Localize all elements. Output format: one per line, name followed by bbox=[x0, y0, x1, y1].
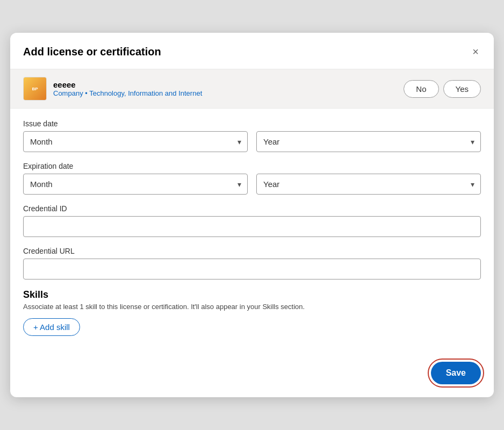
issue-month-wrapper: Month JanuaryFebruaryMarch AprilMayJune … bbox=[23, 131, 248, 152]
credential-id-label: Credential ID bbox=[23, 204, 481, 213]
credential-id-input[interactable] bbox=[23, 216, 481, 237]
company-name: eeeee bbox=[53, 80, 202, 89]
credential-url-label: Credential URL bbox=[23, 247, 481, 255]
company-details: eeeee Company • Technology, Information … bbox=[53, 80, 202, 97]
yes-button[interactable]: Yes bbox=[443, 80, 481, 98]
modal-body: Issue date Month JanuaryFebruaryMarch Ap… bbox=[10, 109, 494, 362]
save-button-wrapper: Save bbox=[431, 362, 481, 384]
expiration-month-wrapper: Month JanuaryFebruaryMarch AprilMayJune … bbox=[23, 174, 248, 195]
company-sub-prefix: Company • bbox=[53, 89, 89, 97]
expiration-date-section: Expiration date Month JanuaryFebruaryMar… bbox=[23, 162, 481, 195]
add-license-modal: Add license or certification × BP eeeee … bbox=[10, 33, 494, 397]
close-button[interactable]: × bbox=[470, 44, 481, 60]
toggle-buttons: No Yes bbox=[404, 80, 481, 98]
company-logo-inner: BP bbox=[24, 77, 46, 100]
company-row: BP eeeee Company • Technology, Informati… bbox=[10, 69, 494, 109]
add-skill-button[interactable]: + Add skill bbox=[23, 318, 80, 336]
expiration-date-label: Expiration date bbox=[23, 162, 481, 170]
issue-date-section: Issue date Month JanuaryFebruaryMarch Ap… bbox=[23, 119, 481, 152]
expiration-month-select[interactable]: Month JanuaryFebruaryMarch AprilMayJune … bbox=[23, 174, 248, 195]
issue-year-select[interactable]: Year 202420232022 202120202019 201820172… bbox=[256, 131, 481, 152]
credential-url-input[interactable] bbox=[23, 259, 481, 280]
skills-section: Skills Associate at least 1 skill to thi… bbox=[23, 289, 481, 336]
company-info: BP eeeee Company • Technology, Informati… bbox=[23, 77, 202, 101]
expiration-date-row: Month JanuaryFebruaryMarch AprilMayJune … bbox=[23, 174, 481, 195]
no-button[interactable]: No bbox=[404, 80, 438, 98]
company-subtitle: Company • Technology, Information and In… bbox=[53, 89, 202, 97]
expiration-year-wrapper: Year 202420232022 202120202019 201820172… bbox=[256, 174, 481, 195]
issue-month-select[interactable]: Month JanuaryFebruaryMarch AprilMayJune … bbox=[23, 131, 248, 152]
skills-title: Skills bbox=[23, 289, 481, 300]
issue-date-row: Month JanuaryFebruaryMarch AprilMayJune … bbox=[23, 131, 481, 152]
expiration-year-select[interactable]: Year 202420232022 202120202019 201820172… bbox=[256, 174, 481, 195]
skills-description: Associate at least 1 skill to this licen… bbox=[23, 303, 481, 311]
credential-url-section: Credential URL bbox=[23, 247, 481, 280]
issue-year-wrapper: Year 202420232022 202120202019 201820172… bbox=[256, 131, 481, 152]
save-button[interactable]: Save bbox=[431, 362, 481, 384]
company-sub-link: Technology, Information and Internet bbox=[89, 89, 202, 97]
company-logo: BP bbox=[23, 77, 47, 101]
modal-title: Add license or certification bbox=[23, 46, 161, 58]
issue-date-label: Issue date bbox=[23, 119, 481, 128]
credential-id-section: Credential ID bbox=[23, 204, 481, 237]
modal-footer: Save bbox=[10, 362, 494, 397]
modal-header: Add license or certification × bbox=[10, 33, 494, 69]
